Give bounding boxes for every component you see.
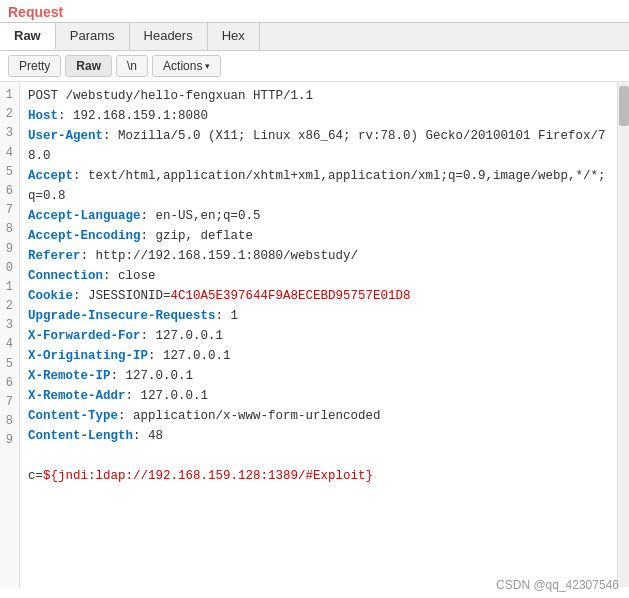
scrollbar[interactable] [617, 82, 629, 587]
actions-button[interactable]: Actions ▾ [152, 55, 221, 77]
pretty-button[interactable]: Pretty [8, 55, 61, 77]
actions-label: Actions [163, 59, 202, 73]
code-content[interactable]: POST /webstudy/hello-fengxuan HTTP/1.1Ho… [20, 82, 617, 587]
tab-raw[interactable]: Raw [0, 23, 56, 50]
tab-headers[interactable]: Headers [130, 23, 208, 50]
title-bar: Request [0, 0, 629, 23]
newline-button[interactable]: \n [116, 55, 148, 77]
line-numbers: 1234567890123456789 [0, 82, 20, 587]
tab-hex[interactable]: Hex [208, 23, 260, 50]
tab-params[interactable]: Params [56, 23, 130, 50]
chevron-down-icon: ▾ [205, 61, 210, 71]
tab-bar-top: Raw Params Headers Hex [0, 23, 629, 51]
toolbar: Pretty Raw \n Actions ▾ [0, 51, 629, 82]
content-area: 1234567890123456789 POST /webstudy/hello… [0, 82, 629, 587]
watermark: CSDN @qq_42307546 [496, 578, 619, 587]
scrollbar-thumb[interactable] [619, 86, 629, 126]
raw-button[interactable]: Raw [65, 55, 112, 77]
